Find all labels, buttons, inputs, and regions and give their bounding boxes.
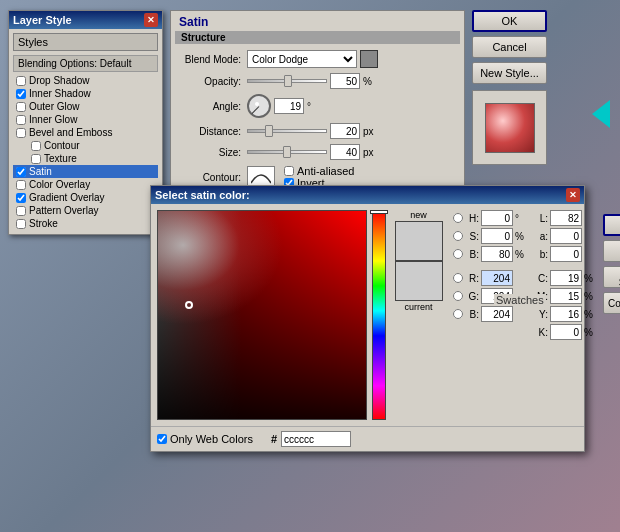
r-field-row: R: [453,270,527,286]
cancel-button[interactable]: Cancel [472,36,547,58]
lab-cmyk-fields: L: a: b: C: % M: % Y: [534,210,598,420]
y-input[interactable] [550,306,582,322]
g-radio[interactable] [453,291,463,301]
bblue-input[interactable] [481,306,513,322]
cp-ok-button[interactable]: OK [603,214,620,236]
drop-shadow-item[interactable]: Drop Shadow [13,74,158,87]
outer-glow-checkbox[interactable] [16,102,26,112]
color-overlay-checkbox[interactable] [16,180,26,190]
gradient-overlay-item[interactable]: Gradient Overlay [13,191,158,204]
blending-options-item[interactable]: Blending Options: Default [13,55,158,72]
angle-dot [255,102,259,106]
opacity-label: Opacity: [177,76,247,87]
y-field-row: Y: % [534,306,596,322]
satin-item[interactable]: Satin [13,165,158,178]
distance-input[interactable] [330,123,360,139]
k-input[interactable] [550,324,582,340]
alab-field-row: a: [534,228,596,244]
h-unit: ° [515,213,527,224]
bevel-emboss-checkbox[interactable] [16,128,26,138]
layer-style-titlebar: Layer Style ✕ [9,11,162,29]
angle-dial[interactable] [247,94,271,118]
size-unit: px [363,147,378,158]
inner-glow-checkbox[interactable] [16,115,26,125]
satin-checkbox[interactable] [16,167,26,177]
close-icon[interactable]: ✕ [144,13,158,27]
r-input[interactable] [481,270,513,286]
add-to-swatches-button[interactable]: Add To Swatches [603,266,620,288]
only-web-colors-row: Only Web Colors [157,433,253,445]
s-input[interactable] [481,228,513,244]
hex-input[interactable] [281,431,351,447]
layer-style-dialog: Layer Style ✕ Styles Blending Options: D… [8,10,163,235]
only-web-checkbox[interactable] [157,434,167,444]
texture-item[interactable]: Texture [13,152,158,165]
size-input[interactable] [330,144,360,160]
outer-glow-item[interactable]: Outer Glow [13,100,158,113]
swatches-label: Swatches [494,294,546,306]
inner-shadow-checkbox[interactable] [16,89,26,99]
contour-label: Contour: [177,172,247,183]
blab-input[interactable] [550,246,582,262]
k-field-row: K: % [534,324,596,340]
inner-shadow-item[interactable]: Inner Shadow [13,87,158,100]
alab-input[interactable] [550,228,582,244]
l-label: L: [534,213,548,224]
y-unit: % [584,309,596,320]
bblue-radio[interactable] [453,309,463,319]
s-radio[interactable] [453,231,463,241]
b-radio[interactable] [453,249,463,259]
size-row: Size: px [171,142,464,162]
angle-controls: ° [247,94,458,118]
pattern-overlay-item[interactable]: Pattern Overlay [13,204,158,217]
h-field-row: H: ° [453,210,527,226]
pattern-overlay-checkbox[interactable] [16,206,26,216]
bblue-field-row: B: [453,306,527,322]
h-label: H: [465,213,479,224]
drop-shadow-checkbox[interactable] [16,76,26,86]
gradient-picker[interactable] [157,210,367,420]
blend-mode-row: Blend Mode: Color Dodge Normal Screen [171,48,464,70]
thumb-inner [485,103,535,153]
color-overlay-item[interactable]: Color Overlay [13,178,158,191]
cp-cancel-button[interactable]: Cancel [603,240,620,262]
hue-slider[interactable] [372,210,386,420]
anti-aliased-checkbox[interactable] [284,166,294,176]
r-radio[interactable] [453,273,463,283]
ok-button[interactable]: OK [472,10,547,32]
inner-glow-item[interactable]: Inner Glow [13,113,158,126]
l-input[interactable] [550,210,582,226]
stroke-checkbox[interactable] [16,219,26,229]
color-libraries-button[interactable]: Color Libraries [603,292,620,314]
blend-color-swatch[interactable] [360,50,378,68]
opacity-controls: % [247,73,458,89]
r-label: R: [465,273,479,284]
bevel-emboss-item[interactable]: Bevel and Emboss [13,126,158,139]
contour-item[interactable]: Contour [13,139,158,152]
opacity-input[interactable] [330,73,360,89]
contour-checkbox[interactable] [31,141,41,151]
opacity-slider[interactable] [247,79,327,83]
gradient-overlay-checkbox[interactable] [16,193,26,203]
h-input[interactable] [481,210,513,226]
c-label: C: [534,273,548,284]
distance-slider[interactable] [247,129,327,133]
color-picker-close-icon[interactable]: ✕ [566,188,580,202]
blend-mode-select[interactable]: Color Dodge Normal Screen [247,50,357,68]
opacity-row: Opacity: % [171,71,464,91]
b-input[interactable] [481,246,513,262]
h-radio[interactable] [453,213,463,223]
stroke-item[interactable]: Stroke [13,217,158,230]
blend-mode-controls: Color Dodge Normal Screen [247,50,458,68]
size-slider[interactable] [247,150,327,154]
new-current-area: new current [391,210,446,420]
angle-input[interactable] [274,98,304,114]
b-field-row: B: % [453,246,527,262]
texture-checkbox[interactable] [31,154,41,164]
angle-row: Angle: ° [171,92,464,120]
new-style-button[interactable]: New Style... [472,62,547,84]
m-input[interactable] [550,288,582,304]
c-input[interactable] [550,270,582,286]
layer-style-title: Layer Style [13,14,72,26]
preview-thumbnail [472,90,547,165]
